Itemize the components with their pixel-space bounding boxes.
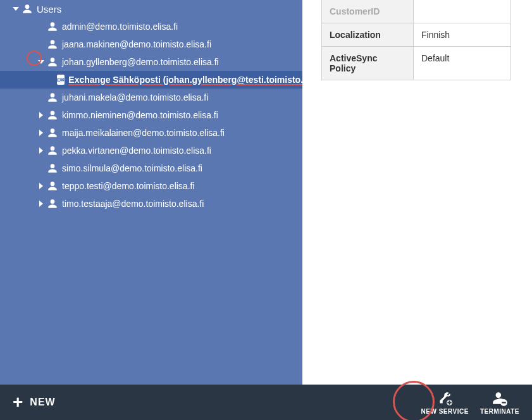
user-icon [47, 163, 58, 174]
detail-table: CustomerIDLocalizationFinnishActiveSync … [321, 0, 511, 80]
user-icon [47, 198, 58, 209]
toggle-placeholder [38, 23, 44, 30]
tree-user-item[interactable]: teppo.testi@demo.toimisto.elisa.fi [0, 177, 302, 195]
tree-item-label: teppo.testi@demo.toimisto.elisa.fi [62, 181, 195, 191]
tree-root-users[interactable]: Users [0, 0, 302, 18]
detail-row: CustomerID [322, 0, 511, 23]
detail-value [414, 0, 511, 23]
tree-service-item[interactable]: E✉Exchange Sähköposti (johan.gyllenberg@… [0, 71, 302, 89]
terminate-label: TERMINATE [480, 408, 519, 415]
user-icon [47, 39, 58, 50]
detail-key: Localization [322, 23, 414, 47]
collapse-icon[interactable] [38, 59, 44, 65]
tree-user-item[interactable]: pekka.virtanen@demo.toimisto.elisa.fi [0, 142, 302, 159]
tree-item-label: johan.gyllenberg@demo.toimisto.elisa.fi [62, 57, 219, 67]
tree-item-label: juhani.makela@demo.toimisto.elisa.fi [62, 92, 208, 102]
tree-user-item[interactable]: simo.silmula@demo.toimisto.elisa.fi [0, 159, 302, 177]
svg-rect-2 [502, 402, 506, 403]
user-icon [47, 109, 58, 121]
wrench-plus-icon [436, 390, 453, 407]
toggle-placeholder [38, 41, 44, 47]
new-service-label: NEW SERVICE [421, 408, 469, 415]
tree-item-label: simo.silmula@demo.toimisto.elisa.fi [62, 163, 202, 173]
user-icon [47, 92, 58, 103]
tree-user-item[interactable]: timo.testaaja@demo.toimisto.elisa.fi [0, 195, 302, 213]
user-icon [47, 56, 58, 68]
main-area: Usersadmin@demo.toimisto.elisa.fijaana.m… [0, 0, 532, 385]
user-icon [47, 180, 58, 192]
tree-item-label: admin@demo.toimisto.elisa.fi [62, 22, 178, 32]
tree-user-item[interactable]: kimmo.nieminen@demo.toimisto.elisa.fi [0, 106, 302, 124]
detail-value: Finnish [414, 23, 511, 47]
tree-item-label: Exchange Sähköposti (johan.gyllenberg@te… [68, 75, 302, 85]
bottom-actions: NEW SERVICE TERMINATE [421, 390, 519, 415]
tree-item-label: maija.meikalainen@demo.toimisto.elisa.fi [62, 128, 225, 138]
new-button[interactable]: + NEW [13, 397, 56, 408]
exchange-icon: E✉ [57, 75, 65, 85]
detail-value: Default [414, 47, 511, 80]
tree-user-item[interactable]: johan.gyllenberg@demo.toimisto.elisa.fi [0, 53, 302, 71]
expand-icon[interactable] [38, 130, 44, 136]
expand-icon[interactable] [38, 147, 44, 154]
detail-row: ActiveSync PolicyDefault [322, 47, 511, 80]
user-minus-icon [492, 390, 508, 407]
new-button-label: NEW [30, 397, 55, 408]
tree-item-label: timo.testaaja@demo.toimisto.elisa.fi [62, 199, 204, 209]
terminate-button[interactable]: TERMINATE [480, 390, 519, 415]
tree-item-label: pekka.virtanen@demo.toimisto.elisa.fi [62, 145, 211, 156]
tree-user-item[interactable]: jaana.makinen@demo.toimisto.elisa.fi [0, 35, 302, 53]
user-tree-pane: Usersadmin@demo.toimisto.elisa.fijaana.m… [0, 0, 302, 385]
detail-row: LocalizationFinnish [322, 23, 511, 47]
tree-user-item[interactable]: juhani.makela@demo.toimisto.elisa.fi [0, 89, 302, 106]
user-icon [47, 127, 58, 139]
expand-icon[interactable] [38, 112, 44, 118]
tree-item-label: Users [37, 4, 61, 15]
bottom-toolbar: + NEW NEW SERVICE TERMINATE [0, 385, 532, 420]
detail-key: ActiveSync Policy [322, 47, 414, 80]
user-icon [47, 21, 58, 32]
expand-icon[interactable] [38, 201, 44, 207]
collapse-icon[interactable] [13, 6, 19, 12]
tree-user-item[interactable]: maija.meikalainen@demo.toimisto.elisa.fi [0, 124, 302, 142]
toggle-placeholder [38, 165, 44, 171]
user-icon [47, 145, 58, 156]
toggle-placeholder [38, 94, 44, 101]
tree-item-label: kimmo.nieminen@demo.toimisto.elisa.fi [62, 110, 218, 120]
tree-item-label: jaana.makinen@demo.toimisto.elisa.fi [62, 39, 211, 49]
expand-icon[interactable] [38, 183, 44, 189]
tree-user-item[interactable]: admin@demo.toimisto.elisa.fi [0, 18, 302, 35]
user-icon [22, 3, 33, 15]
detail-pane: CustomerIDLocalizationFinnishActiveSync … [302, 0, 532, 385]
detail-key: CustomerID [322, 0, 414, 23]
new-service-button[interactable]: NEW SERVICE [421, 390, 469, 415]
